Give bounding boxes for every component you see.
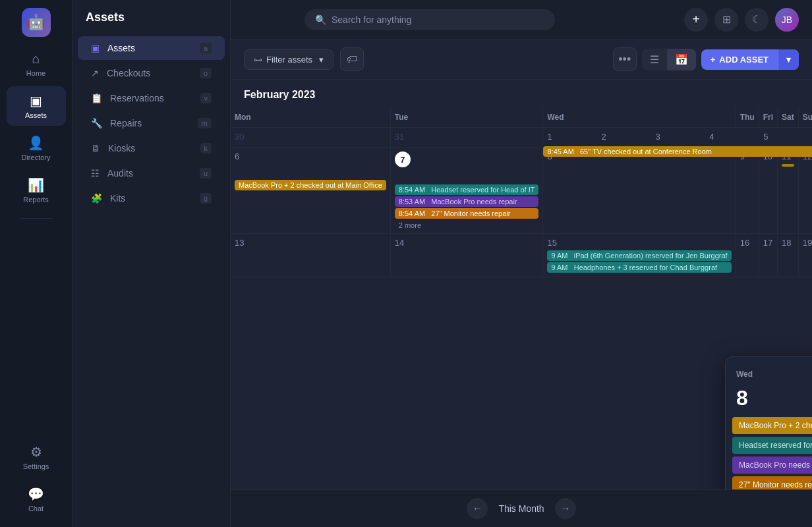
popup-event-macbook-repair[interactable]: MacBook Pro needs repair: [732, 457, 812, 474]
user-avatar[interactable]: JB: [775, 8, 799, 32]
add-asset-button[interactable]: + ADD ASSET ▾: [701, 49, 799, 70]
calendar-event-sun-cont[interactable]: [782, 164, 794, 167]
add-button[interactable]: +: [684, 8, 708, 32]
cal-cell-10: 10: [759, 148, 777, 234]
kiosks-icon: 🖥: [91, 143, 100, 153]
col-wed: Wed: [543, 107, 736, 128]
search-placeholder: Search for anything: [332, 14, 411, 25]
avatar-initials: JB: [782, 14, 792, 25]
shortcut-m: m: [198, 118, 212, 128]
calendar-toolbar: ⧟ Filter assets ▾ 🏷 ••• ☰ 📅 + ADD ASSET …: [231, 40, 812, 80]
cal-cell-30: 30: [231, 128, 390, 148]
day-num: 19: [803, 238, 812, 248]
sidebar-item-assets[interactable]: ▣ Assets: [7, 86, 66, 126]
current-month-nav: This Month: [498, 503, 544, 514]
prev-icon: ←: [472, 503, 482, 514]
sidebar-item-reports[interactable]: 📊 Reports: [7, 171, 66, 210]
plus-icon: +: [710, 55, 716, 65]
search-icon: 🔍: [315, 14, 326, 25]
day-num: 2: [601, 132, 655, 142]
cal-cell-17: 17: [759, 234, 777, 277]
add-asset-dropdown[interactable]: ▾: [778, 49, 799, 70]
sidebar-item-reservations[interactable]: 📋 Reservations v: [78, 86, 225, 110]
popup-event-monitor-repair[interactable]: 27" Monitor needs repair: [732, 476, 812, 489]
add-asset-main: + ADD ASSET: [701, 49, 778, 70]
shortcut-g: g: [200, 193, 212, 204]
audits-icon: ☷: [91, 168, 100, 179]
calendar-event[interactable]: 8:45 AM 65" TV checked out at Conference…: [543, 146, 812, 157]
cal-cell-13: 13: [231, 234, 390, 277]
chat-icon: 💬: [28, 486, 44, 502]
sidebar-item-audits[interactable]: ☷ Audits u: [78, 161, 225, 185]
more-events[interactable]: 2 more: [395, 220, 539, 231]
next-month-button[interactable]: →: [555, 498, 576, 519]
app-logo: 🤖: [22, 8, 51, 37]
sidebar-item-repairs[interactable]: 🔧 Repairs m: [78, 111, 225, 135]
day-num: 4: [709, 132, 763, 142]
sidebar-item-label: Chat: [28, 505, 44, 513]
cal-cell-11: 11: [778, 148, 799, 234]
calendar-event-headset[interactable]: 8:54 AM Headset reserved for Head of IT: [395, 184, 539, 195]
popup-event-headset[interactable]: Headset reserved for Head of IT: [732, 437, 812, 454]
popup-event-checkout[interactable]: MacBook Pro + 2 checked out at Main Offi…: [732, 417, 812, 434]
nav-label: Audits: [107, 168, 133, 179]
day-num: 30: [235, 132, 386, 142]
search-bar[interactable]: 🔍 Search for anything: [304, 9, 555, 30]
sidebar-item-kits[interactable]: 🧩 Kits g: [78, 186, 225, 210]
calendar-view-button[interactable]: 📅: [667, 49, 696, 70]
filter-assets-button[interactable]: ⧟ Filter assets ▾: [244, 49, 334, 70]
day-num: 1: [547, 132, 601, 142]
sidebar-item-label: Settings: [23, 462, 49, 470]
sidebar-item-kiosks[interactable]: 🖥 Kiosks k: [78, 136, 225, 160]
cal-cell-18: 18: [778, 234, 799, 277]
logo-icon: 🤖: [27, 14, 45, 31]
nav-label: Kiosks: [108, 143, 135, 153]
theme-toggle[interactable]: ☾: [745, 8, 768, 32]
reports-icon: 📊: [28, 177, 44, 193]
sidebar-secondary: Assets ▣ Assets a ↗ Checkouts o 📋 Reserv…: [72, 0, 231, 527]
calendar-event-checkout[interactable]: MacBook Pro + 2 checked out at Main Offi…: [235, 180, 386, 190]
scan-button[interactable]: ⊞: [714, 8, 738, 32]
prev-month-button[interactable]: ←: [467, 498, 488, 519]
sidebar-item-assets[interactable]: ▣ Assets a: [78, 36, 225, 60]
tags-icon: 🏷: [347, 53, 357, 65]
sidebar-item-directory[interactable]: 👤 Directory: [7, 128, 66, 168]
table-view-button[interactable]: ☰: [642, 49, 667, 70]
popup-day-label: Wed: [736, 370, 753, 379]
nav-label: Repairs: [110, 118, 142, 128]
calendar-container: February 2023 Mon Tue Wed Thu Fri Sat Su…: [231, 80, 812, 489]
cal-cell-14: 14: [390, 234, 543, 277]
sidebar-item-settings[interactable]: ⚙ Settings: [7, 437, 66, 477]
filter-label: Filter assets: [266, 55, 312, 65]
calendar-event-headphones[interactable]: 9 AM Headphones + 3 reserved for Chad Bu…: [547, 262, 731, 273]
sidebar-item-home[interactable]: ⌂ Home: [7, 45, 66, 84]
cal-cell-31: 31: [390, 128, 543, 148]
nav-label: Reservations: [110, 93, 164, 103]
day-num: 14: [395, 238, 539, 248]
cal-cell-9: 9: [736, 148, 759, 234]
sidebar-item-chat[interactable]: 💬 Chat: [7, 480, 66, 519]
calendar-event-ipad[interactable]: 9 AM iPad (6th Generation) reserved for …: [547, 250, 731, 261]
day-num: 3: [655, 132, 709, 142]
chevron-down-icon: ▾: [319, 55, 324, 65]
sidebar-item-label: Home: [26, 69, 45, 77]
col-fri: Fri: [759, 107, 777, 128]
calendar-event-macbook-repair[interactable]: 8:53 AM MacBook Pro needs repair: [395, 196, 539, 207]
home-icon: ⌂: [32, 51, 40, 67]
shortcut-a: a: [200, 43, 212, 53]
tags-button[interactable]: 🏷: [340, 47, 364, 71]
sidebar-item-checkouts[interactable]: ↗ Checkouts o: [78, 61, 225, 85]
popup-header: Wed ×: [726, 357, 812, 386]
sidebar-divider: [20, 218, 53, 219]
toolbar-right: ••• ☰ 📅 + ADD ASSET ▾: [613, 47, 799, 71]
calendar-nav: ← This Month →: [231, 489, 812, 527]
cal-cell-12: 12: [798, 148, 812, 234]
cal-cell-15: 15 9 AM iPad (6th Generation) reserved f…: [543, 234, 736, 277]
cal-cell-1: 1 2 3 4 5 8:45 AM 65" TV checked out at …: [543, 128, 812, 148]
shortcut-u: u: [200, 168, 212, 179]
day-num: 31: [395, 132, 539, 142]
calendar-event-monitor-repair[interactable]: 8:54 AM 27" Monitor needs repair: [395, 208, 539, 219]
sidebar-item-label: Directory: [21, 153, 50, 161]
more-options-button[interactable]: •••: [613, 47, 637, 71]
next-icon: →: [560, 503, 571, 514]
